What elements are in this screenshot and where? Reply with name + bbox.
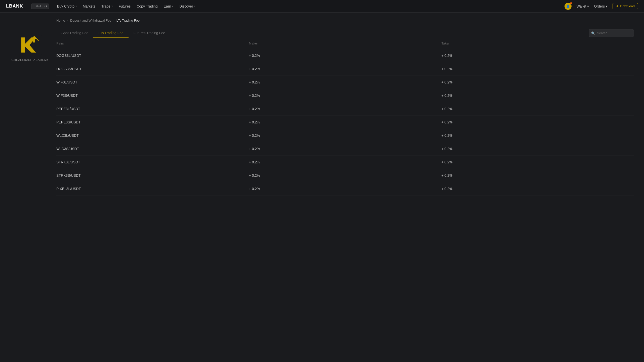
cell-pair: DOGS3S/USDT — [56, 67, 249, 71]
cell-taker: + 0.2% — [441, 133, 634, 138]
cell-pair: DOGS3L/USDT — [56, 54, 249, 58]
cell-maker: + 0.2% — [249, 107, 441, 111]
table-row: DOGS3L/USDT + 0.2% + 0.2% — [56, 49, 634, 62]
cell-taker: + 0.2% — [441, 120, 634, 124]
nav-markets[interactable]: Markets — [83, 4, 95, 8]
content-area: Home › Deposit and Withdrawal Fee › LTs … — [56, 19, 634, 196]
chevron-down-icon: ▾ — [172, 5, 173, 8]
cell-maker: + 0.2% — [249, 120, 441, 124]
cell-taker: + 0.2% — [441, 173, 634, 177]
nav-copy-trading[interactable]: Copy Trading — [137, 4, 157, 8]
cell-maker: + 0.2% — [249, 67, 441, 71]
download-button[interactable]: ⬇ Download — [613, 3, 638, 9]
table-row: STRK3S/USDT + 0.2% + 0.2% — [56, 169, 634, 182]
cell-pair: PEPE3S/USDT — [56, 120, 249, 124]
sidebar: GHEZELBASH ACADEMY — [10, 19, 50, 196]
cell-taker: + 0.2% — [441, 187, 634, 191]
table-header: Pairs Maker Taker — [56, 38, 634, 49]
table-row: STRK3L/USDT + 0.2% + 0.2% — [56, 156, 634, 169]
col-header-maker: Maker — [249, 41, 441, 45]
nav-futures[interactable]: Futures — [119, 4, 131, 8]
tabs-container: Spot Trading Fee LTs Trading Fee Futures… — [56, 28, 589, 38]
tab-futures-trading-fee[interactable]: Futures Trading Fee — [129, 28, 170, 38]
nav-earn[interactable]: Earn ▾ — [164, 4, 174, 8]
academy-name: GHEZELBASH ACADEMY — [12, 58, 49, 61]
search-wrapper: 🔍 — [589, 29, 634, 37]
cell-taker: + 0.2% — [441, 160, 634, 164]
breadcrumb-home[interactable]: Home — [56, 19, 65, 22]
cell-taker: + 0.2% — [441, 54, 634, 58]
table-row: WIF3L/USDT + 0.2% + 0.2% — [56, 76, 634, 89]
breadcrumb-sep-1: › — [67, 19, 68, 22]
tab-lts-trading-fee[interactable]: LTs Trading Fee — [93, 28, 128, 38]
cell-pair: STRK3L/USDT — [56, 160, 249, 164]
language-selector[interactable]: EN - USD — [31, 4, 49, 9]
nav-trade[interactable]: Trade ▾ — [101, 4, 113, 8]
nav-menu: Buy Crypto ▾ Markets Trade ▾ Futures Cop… — [57, 4, 556, 8]
download-icon: ⬇ — [616, 4, 619, 8]
table-row: WIF3S/USDT + 0.2% + 0.2% — [56, 89, 634, 102]
cell-taker: + 0.2% — [441, 67, 634, 71]
table-row: WLD3S/USDT + 0.2% + 0.2% — [56, 142, 634, 156]
nav-orders[interactable]: Orders ▾ — [594, 4, 608, 8]
col-header-taker: Taker — [441, 41, 634, 45]
cell-maker: + 0.2% — [249, 94, 441, 98]
chevron-down-icon: ▾ — [194, 5, 195, 8]
tab-spot-trading-fee[interactable]: Spot Trading Fee — [56, 28, 93, 38]
search-input[interactable] — [589, 29, 634, 37]
chevron-down-icon: ▾ — [606, 4, 608, 8]
cell-pair: WLD3L/USDT — [56, 133, 249, 138]
table-row: WLD3L/USDT + 0.2% + 0.2% — [56, 129, 634, 142]
user-avatar[interactable]: 👤 — [565, 3, 572, 10]
fee-table: Pairs Maker Taker DOGS3L/USDT + 0.2% + 0… — [56, 38, 634, 196]
cell-pair: PIXEL3L/USDT — [56, 187, 249, 191]
cell-maker: + 0.2% — [249, 187, 441, 191]
breadcrumb-current: LTs Trading Fee — [116, 19, 140, 22]
nav-wallet[interactable]: Wallet ▾ — [577, 4, 589, 8]
sidebar-logo-container: GHEZELBASH ACADEMY — [10, 34, 50, 61]
cell-maker: + 0.2% — [249, 173, 441, 177]
cell-pair: PEPE3L/USDT — [56, 107, 249, 111]
table-row: PEPE3S/USDT + 0.2% + 0.2% — [56, 116, 634, 129]
nav-discover[interactable]: Discover ▾ — [179, 4, 195, 8]
logo[interactable]: LBANK — [6, 4, 23, 9]
cell-pair: WIF3L/USDT — [56, 80, 249, 84]
chevron-down-icon: ▾ — [111, 5, 113, 8]
table-body: DOGS3L/USDT + 0.2% + 0.2% DOGS3S/USDT + … — [56, 49, 634, 196]
academy-logo — [19, 34, 42, 56]
chevron-down-icon: ▾ — [75, 5, 77, 8]
notification-badge — [570, 2, 572, 5]
navbar: LBANK EN - USD Buy Crypto ▾ Markets Trad… — [0, 0, 644, 13]
breadcrumb-sep-2: › — [113, 19, 114, 22]
table-row: PEPE3L/USDT + 0.2% + 0.2% — [56, 102, 634, 116]
col-header-pairs: Pairs — [56, 41, 249, 45]
cell-taker: + 0.2% — [441, 94, 634, 98]
main-wrapper: GHEZELBASH ACADEMY Home › Deposit and Wi… — [0, 13, 644, 202]
table-row: PIXEL3L/USDT + 0.2% + 0.2% — [56, 182, 634, 196]
cell-pair: WLD3S/USDT — [56, 147, 249, 151]
navbar-right: 👤 Wallet ▾ Orders ▾ ⬇ Download — [565, 3, 638, 10]
cell-taker: + 0.2% — [441, 107, 634, 111]
breadcrumb-parent[interactable]: Deposit and Withdrawal Fee — [70, 19, 111, 22]
cell-taker: + 0.2% — [441, 147, 634, 151]
nav-buy-crypto[interactable]: Buy Crypto ▾ — [57, 4, 77, 8]
tabs-search-row: Spot Trading Fee LTs Trading Fee Futures… — [56, 28, 634, 38]
cell-pair: STRK3S/USDT — [56, 173, 249, 177]
breadcrumb: Home › Deposit and Withdrawal Fee › LTs … — [56, 19, 634, 22]
cell-maker: + 0.2% — [249, 54, 441, 58]
cell-maker: + 0.2% — [249, 80, 441, 84]
cell-taker: + 0.2% — [441, 80, 634, 84]
cell-pair: WIF3S/USDT — [56, 94, 249, 98]
cell-maker: + 0.2% — [249, 160, 441, 164]
chevron-down-icon: ▾ — [587, 4, 589, 8]
table-row: DOGS3S/USDT + 0.2% + 0.2% — [56, 62, 634, 76]
cell-maker: + 0.2% — [249, 133, 441, 138]
cell-maker: + 0.2% — [249, 147, 441, 151]
